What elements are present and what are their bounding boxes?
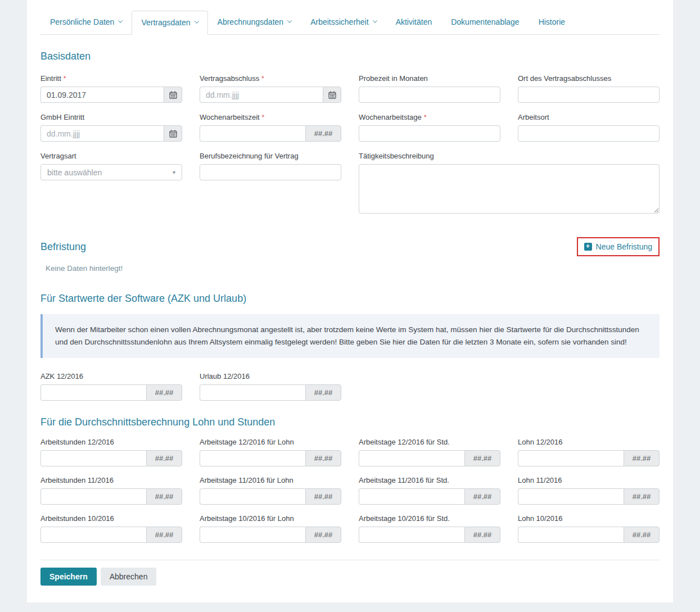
field-berufsbezeichnung: Berufsbezeichnung für Vertrag — [200, 152, 341, 216]
field-vertragsart: Vertragsart bitte auswählen ▾ — [40, 152, 182, 216]
tab-label: Dokumentenablage — [451, 17, 519, 26]
neue-befristung-button[interactable]: + Neue Befristung — [584, 242, 652, 251]
required-asterisk: * — [63, 74, 66, 83]
numeric-mask-addon: ##.## — [305, 527, 341, 543]
arbeitstage-std-12-2016-input[interactable] — [359, 450, 464, 466]
numeric-mask-addon: ##.## — [624, 450, 660, 466]
numeric-mask-addon: ##.## — [146, 527, 182, 543]
numeric-mask-addon: ##.## — [624, 527, 660, 543]
info-box: Wenn der Mitarbeiter schon einen vollen … — [40, 314, 660, 358]
numeric-mask-addon: ##.## — [146, 384, 182, 401]
startwerte-grid: AZK 12/2016 ##.## Urlaub 12/2016 ##.## — [40, 372, 660, 401]
calendar-icon — [169, 91, 177, 99]
tab-dokumentenablage[interactable]: Dokumentenablage — [441, 10, 529, 34]
tab-label: Arbeitssicherheit — [310, 17, 369, 26]
numeric-mask-addon: ##.## — [464, 488, 500, 505]
chevron-down-icon — [287, 18, 292, 22]
numeric-mask-addon: ##.## — [464, 450, 500, 466]
tab-vertragsdaten[interactable]: Vertragsdaten — [132, 11, 207, 35]
tab-label: Abrechnungsdaten — [218, 17, 284, 26]
section-title-startwerte: Für Startwerte der Software (AZK und Url… — [40, 293, 660, 305]
arbeitstunden-12-2016-input[interactable] — [40, 450, 146, 466]
numeric-mask-addon: ##.## — [624, 488, 660, 505]
field-arbeitstage-std-10-2016: Arbeitstage 10/2016 für Std. ##.## — [359, 514, 500, 543]
section-title-basisdaten: Basisdaten — [40, 51, 660, 62]
red-highlight-box: + Neue Befristung — [577, 237, 660, 256]
section-startwerte: Für Startwerte der Software (AZK und Url… — [40, 293, 660, 401]
tab-historie[interactable]: Historie — [529, 10, 575, 34]
field-label: Arbeitstage 11/2016 für Lohn — [200, 476, 341, 484]
section-title-befristung: Befristung — [40, 241, 86, 253]
field-label: Urlaub 12/2016 — [200, 372, 341, 380]
numeric-mask-addon: ##.## — [146, 488, 182, 505]
field-label: Arbeitstunden 12/2016 — [40, 438, 182, 446]
field-label: Vertragsart — [40, 152, 182, 160]
footer-buttons: Speichern Abbrechen — [40, 568, 660, 586]
field-label: Arbeitstage 12/2016 für Lohn — [200, 438, 341, 446]
numeric-mask-addon: ##.## — [305, 488, 341, 505]
gmbh-eintritt-date-input[interactable] — [40, 125, 164, 142]
arbeitsort-input[interactable] — [518, 125, 660, 142]
field-ort-vertragsabschluss: Ort des Vertragsabschlusses — [518, 74, 660, 103]
lohn-10-2016-input[interactable] — [518, 527, 624, 543]
arbeitstage-lohn-10-2016-input[interactable] — [200, 527, 305, 543]
field-label: Tätigkeitsbeschreibung — [359, 152, 660, 160]
neue-befristung-label: Neue Befristung — [596, 242, 652, 251]
urlaub-input[interactable] — [200, 384, 305, 401]
azk-input[interactable] — [40, 384, 146, 401]
field-azk: AZK 12/2016 ##.## — [40, 372, 182, 401]
field-arbeitstage-std-12-2016: Arbeitstage 12/2016 für Std. ##.## — [359, 438, 500, 466]
field-probezeit: Probezeit in Monaten — [359, 74, 500, 103]
tab-label: Historie — [539, 17, 565, 26]
arbeitstage-std-11-2016-input[interactable] — [359, 488, 464, 505]
arbeitstage-lohn-11-2016-input[interactable] — [200, 488, 305, 505]
lohn-12-2016-input[interactable] — [518, 450, 624, 466]
cancel-button[interactable]: Abbrechen — [101, 568, 157, 586]
select-value: bitte auswählen — [47, 168, 102, 177]
field-arbeitstunden-12-2016: Arbeitstunden 12/2016 ##.## — [40, 438, 182, 466]
lohn-11-2016-input[interactable] — [518, 488, 624, 505]
eintritt-date-input[interactable] — [40, 87, 164, 103]
calendar-button[interactable] — [164, 125, 182, 142]
required-asterisk: * — [261, 113, 264, 121]
berufsbezeichnung-input[interactable] — [200, 164, 341, 180]
select-caret-icon: ▾ — [173, 169, 175, 175]
section-durchschnitt: Für die Durchschnittsberechnung Lohn und… — [40, 416, 660, 543]
required-asterisk: * — [261, 74, 264, 83]
vertragsabschluss-date-input[interactable] — [200, 87, 323, 103]
field-label: Lohn 10/2016 — [518, 514, 660, 523]
taetigkeitsbeschreibung-textarea[interactable] — [359, 164, 660, 214]
tab-label: Aktivitäten — [396, 17, 432, 26]
section-title-durchschnitt: Für die Durchschnittsberechnung Lohn und… — [40, 416, 660, 428]
ort-vertragsabschluss-input[interactable] — [518, 87, 660, 103]
arbeitstunden-11-2016-input[interactable] — [40, 488, 146, 505]
required-asterisk: * — [423, 113, 426, 121]
chevron-down-icon — [194, 19, 198, 23]
field-label: Lohn 11/2016 — [518, 476, 660, 484]
field-label: Lohn 12/2016 — [518, 438, 660, 446]
plus-square-icon: + — [584, 243, 592, 251]
calendar-icon — [169, 130, 177, 138]
calendar-button[interactable] — [164, 87, 182, 103]
tab-persoenliche-daten[interactable]: Persönliche Daten — [40, 10, 132, 34]
tab-arbeitssicherheit[interactable]: Arbeitssicherheit — [301, 10, 386, 34]
field-label: Eintritt * — [40, 74, 182, 83]
arbeitstage-lohn-12-2016-input[interactable] — [200, 450, 305, 466]
field-label: Wochenarbeitstage * — [359, 113, 500, 121]
wochenarbeitszeit-input[interactable] — [200, 125, 305, 142]
vertragsart-select[interactable]: bitte auswählen ▾ — [40, 164, 182, 180]
tab-aktivitaeten[interactable]: Aktivitäten — [386, 10, 442, 34]
field-label: Ort des Vertragsabschlusses — [518, 74, 660, 83]
arbeitstage-std-10-2016-input[interactable] — [359, 527, 464, 543]
field-label: Arbeitstunden 10/2016 — [40, 514, 182, 523]
arbeitstunden-10-2016-input[interactable] — [40, 527, 146, 543]
numeric-mask-addon: ##.## — [305, 450, 341, 466]
field-arbeitstage-lohn-11-2016: Arbeitstage 11/2016 für Lohn ##.## — [200, 476, 341, 505]
probezeit-input[interactable] — [359, 87, 500, 103]
calendar-button[interactable] — [323, 87, 341, 103]
tab-abrechnungsdaten[interactable]: Abrechnungsdaten — [208, 10, 301, 34]
wochenarbeitstage-input[interactable] — [359, 125, 500, 142]
save-button[interactable]: Speichern — [40, 568, 97, 586]
field-label: Arbeitstunden 11/2016 — [40, 476, 182, 484]
field-label: Arbeitstage 10/2016 für Std. — [359, 514, 500, 523]
